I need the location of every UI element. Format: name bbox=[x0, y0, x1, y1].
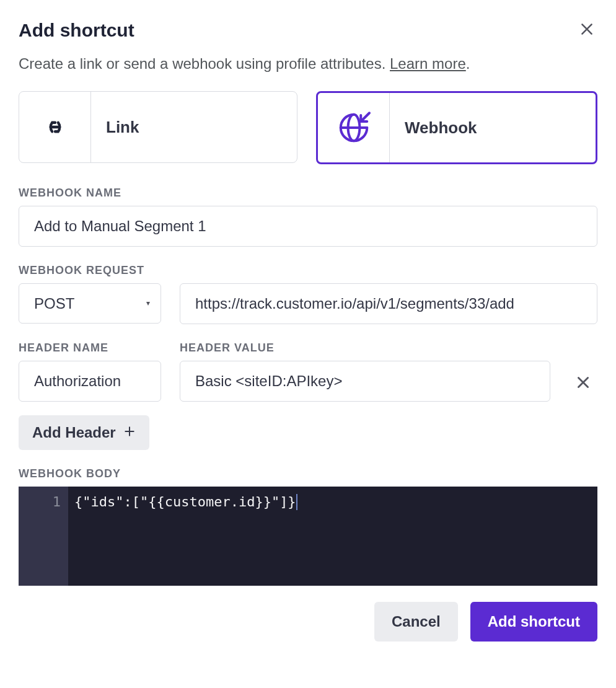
globe-icon bbox=[318, 93, 390, 162]
header-name-label: HEADER NAME bbox=[19, 342, 161, 355]
shortcut-type-selector: Link Webhook bbox=[19, 91, 597, 164]
modal-header: Add shortcut bbox=[19, 19, 597, 42]
add-header-label: Add Header bbox=[32, 424, 116, 441]
webhook-name-label: WEBHOOK NAME bbox=[19, 187, 597, 200]
type-card-webhook-label: Webhook bbox=[390, 93, 477, 162]
modal-description: Create a link or send a webhook using pr… bbox=[19, 55, 597, 73]
learn-more-link[interactable]: Learn more bbox=[390, 55, 466, 72]
section-webhook-request: WEBHOOK REQUEST POST ▾ bbox=[19, 264, 597, 324]
add-shortcut-button[interactable]: Add shortcut bbox=[470, 602, 597, 642]
webhook-method-select[interactable]: POST bbox=[19, 283, 161, 324]
header-value-input[interactable] bbox=[180, 361, 550, 402]
line-number: 1 bbox=[19, 494, 61, 509]
webhook-request-label: WEBHOOK REQUEST bbox=[19, 264, 597, 277]
modal-title: Add shortcut bbox=[19, 20, 134, 41]
webhook-url-input[interactable] bbox=[180, 283, 597, 324]
description-suffix: . bbox=[466, 55, 470, 72]
type-card-link[interactable]: Link bbox=[19, 91, 297, 163]
header-value-label: HEADER VALUE bbox=[180, 342, 550, 355]
section-webhook-name: WEBHOOK NAME bbox=[19, 187, 597, 247]
modal-footer: Cancel Add shortcut bbox=[19, 602, 597, 642]
code-content: {"ids":["{{customer.id}}"]} bbox=[74, 494, 296, 509]
close-button[interactable] bbox=[576, 19, 597, 42]
header-name-input[interactable] bbox=[19, 361, 161, 402]
editor-gutter: 1 bbox=[19, 487, 68, 586]
webhook-body-editor[interactable]: 1 {"ids":["{{customer.id}}"]} bbox=[19, 487, 597, 586]
webhook-body-label: WEBHOOK BODY bbox=[19, 467, 597, 480]
type-card-webhook[interactable]: Webhook bbox=[316, 91, 597, 164]
remove-header-button[interactable] bbox=[571, 374, 595, 393]
editor-code[interactable]: {"ids":["{{customer.id}}"]} bbox=[68, 487, 597, 586]
plus-icon bbox=[123, 424, 136, 441]
webhook-name-input[interactable] bbox=[19, 206, 597, 247]
close-icon bbox=[575, 374, 591, 392]
add-header-button[interactable]: Add Header bbox=[19, 415, 149, 450]
section-header: HEADER NAME HEADER VALUE Add Header bbox=[19, 342, 597, 450]
close-icon bbox=[579, 21, 595, 39]
type-card-link-label: Link bbox=[91, 92, 139, 162]
cancel-button[interactable]: Cancel bbox=[374, 602, 458, 642]
section-webhook-body: WEBHOOK BODY 1 {"ids":["{{customer.id}}"… bbox=[19, 467, 597, 586]
link-icon bbox=[19, 92, 91, 162]
description-text: Create a link or send a webhook using pr… bbox=[19, 55, 390, 72]
editor-caret bbox=[296, 494, 297, 510]
